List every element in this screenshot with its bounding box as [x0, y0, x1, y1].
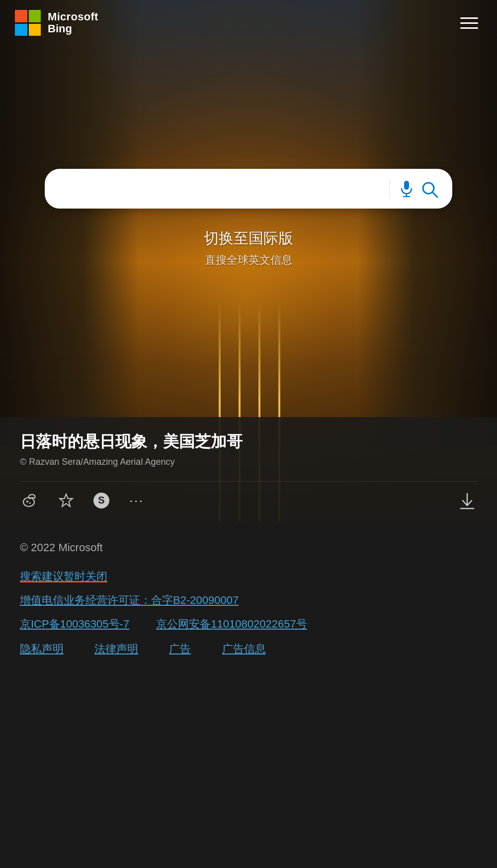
svg-marker-8	[60, 494, 73, 506]
photo-credit: © Razvan Sera/Amazing Aerial Agency	[20, 457, 477, 467]
action-bar: S ···	[20, 481, 477, 521]
svg-point-6	[26, 501, 28, 503]
hamburger-line-1	[460, 17, 478, 19]
legal-link[interactable]: 法律声明	[94, 642, 138, 656]
logo-red	[15, 10, 27, 22]
sep-2	[148, 644, 159, 655]
sep-1	[74, 644, 84, 655]
intl-switch-title: 切换至国际版	[204, 228, 293, 249]
logo-yellow	[29, 24, 41, 36]
brand-microsoft-label: Microsoft	[48, 11, 98, 23]
microsoft-logo	[15, 10, 41, 36]
more-button[interactable]: ···	[127, 491, 146, 510]
svg-line-4	[432, 192, 437, 197]
logo-green	[29, 10, 41, 22]
copyright-text: © 2022 Microsoft	[20, 541, 477, 554]
intl-switch-subtitle: 直搜全球英文信息	[204, 253, 293, 268]
intl-switch[interactable]: 切换至国际版 直搜全球英文信息	[204, 228, 293, 268]
svg-point-7	[29, 502, 31, 504]
photo-title: 日落时的悬日现象，美国芝加哥	[20, 431, 477, 453]
hamburger-line-2	[460, 22, 478, 24]
ads-link[interactable]: 广告	[169, 642, 191, 656]
skype-button[interactable]: S	[91, 491, 111, 510]
svg-rect-0	[404, 181, 409, 190]
search-area	[45, 169, 452, 209]
brand: Microsoft Bing	[15, 10, 98, 36]
info-panel: 日落时的悬日现象，美国芝加哥 © Razvan Sera/Amazing Aer…	[0, 417, 497, 521]
favorites-button[interactable]	[57, 491, 76, 510]
icp-license-link[interactable]: 增值电信业务经营许可证：合字B2-20090007	[20, 593, 477, 608]
sep-3	[201, 644, 212, 655]
hero-section: Microsoft Bing	[0, 0, 497, 521]
download-button[interactable]	[457, 490, 477, 511]
brand-bing-label: Bing	[48, 23, 98, 35]
navbar: Microsoft Bing	[0, 0, 497, 46]
weibo-button[interactable]	[20, 491, 41, 510]
buildings-left	[0, 0, 139, 447]
ads-info-link[interactable]: 广告信息	[222, 642, 266, 656]
hamburger-line-3	[460, 27, 478, 29]
bottom-links-row: 隐私声明 法律声明 广告 广告信息	[20, 642, 477, 656]
menu-button[interactable]	[456, 13, 482, 33]
search-submit-icon[interactable]	[417, 179, 442, 198]
brand-text: Microsoft Bing	[48, 11, 98, 35]
search-divider	[389, 180, 390, 198]
search-suggestion-link[interactable]: 搜索建议暂时关闭	[20, 569, 477, 584]
footer: © 2022 Microsoft 搜索建议暂时关闭 增值电信业务经营许可证：合字…	[0, 521, 497, 819]
privacy-link[interactable]: 隐私声明	[20, 642, 64, 656]
beian-row: 京ICP备10036305号-7 京公网安备11010802022657号	[20, 617, 477, 632]
search-box	[45, 169, 452, 209]
search-input[interactable]	[55, 181, 383, 197]
logo-blue	[15, 24, 27, 36]
skype-icon: S	[93, 493, 109, 508]
more-dots-icon: ···	[129, 493, 144, 508]
jing-public-security-link[interactable]: 京公网安备11010802022657号	[156, 617, 307, 632]
buildings-right	[358, 0, 497, 447]
footer-divider	[137, 619, 148, 630]
jing-icp-link[interactable]: 京ICP备10036305号-7	[20, 617, 129, 632]
voice-search-icon[interactable]	[396, 180, 417, 198]
